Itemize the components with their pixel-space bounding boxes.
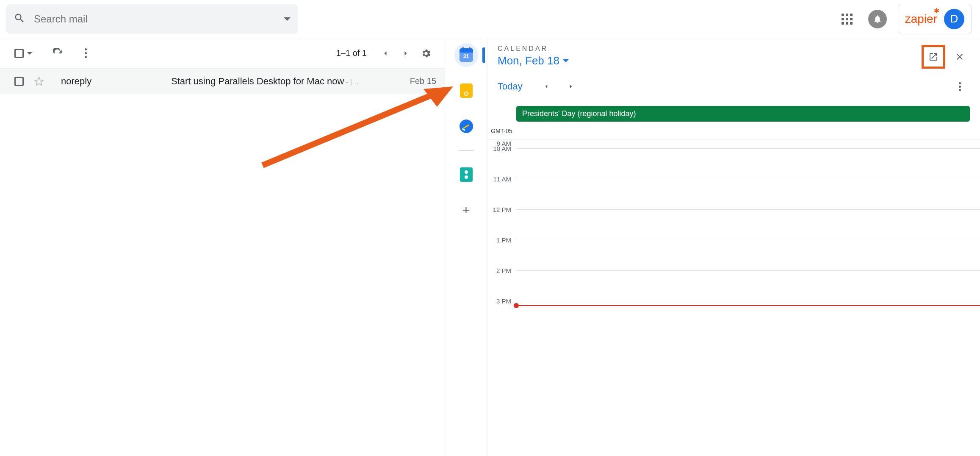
bell-icon: [868, 10, 887, 28]
sidebar-tasks-button[interactable]: [454, 114, 478, 138]
close-panel-button[interactable]: [950, 47, 970, 67]
pager-text: 1–1 of 1: [336, 48, 367, 58]
time-label: 11 AM: [487, 175, 516, 183]
pager-next-button[interactable]: [396, 43, 416, 64]
zapier-logo: zapier✱: [905, 12, 937, 26]
more-actions-button[interactable]: [75, 43, 96, 64]
time-label: 10 AM: [487, 145, 516, 152]
calendar-label: CALENDAR: [498, 45, 569, 53]
calendar-date: Mon, Feb 18: [498, 54, 559, 67]
checkbox-icon: [14, 49, 24, 58]
current-time-indicator: [516, 305, 980, 306]
holiday-event[interactable]: Presidents' Day (regional holiday): [516, 106, 970, 122]
time-label: 3 PM: [487, 298, 516, 305]
addons-sidebar: 31 +: [445, 38, 487, 456]
plus-icon: +: [462, 203, 470, 217]
settings-button[interactable]: [416, 43, 436, 64]
time-label: 2 PM: [487, 267, 516, 274]
open-in-new-button[interactable]: [922, 45, 945, 69]
mail-date: Feb 15: [410, 76, 436, 86]
avatar-initial: D: [950, 12, 958, 25]
chevron-right-icon: [401, 49, 410, 58]
calendar-panel: CALENDAR Mon, Feb 18 Today: [487, 38, 980, 456]
sidebar-get-addons-button[interactable]: +: [454, 198, 478, 222]
mail-subject: Start using Parallels Desktop for Mac no…: [171, 76, 344, 86]
notifications-button[interactable]: [867, 9, 888, 29]
extension-brand-box[interactable]: zapier✱ D: [898, 4, 972, 34]
sidebar-divider: [459, 150, 474, 151]
avatar[interactable]: D: [944, 9, 964, 29]
open-in-new-icon: [928, 52, 938, 62]
calendar-icon: 31: [460, 48, 473, 62]
chevron-down-icon: [563, 59, 569, 62]
close-icon: [955, 52, 965, 62]
sidebar-calendar-button[interactable]: 31: [454, 43, 478, 67]
mail-sender: noreply: [61, 76, 171, 87]
today-button[interactable]: Today: [498, 81, 523, 92]
refresh-icon: [52, 48, 63, 59]
apps-grid-icon: [842, 14, 853, 25]
mail-row[interactable]: noreply Start using Parallels Desktop fo…: [0, 69, 445, 94]
google-apps-button[interactable]: [837, 9, 857, 29]
refresh-button[interactable]: [47, 43, 68, 64]
search-box[interactable]: [6, 4, 298, 34]
prev-day-button[interactable]: [536, 76, 556, 97]
pager-prev-button[interactable]: [375, 43, 396, 64]
select-all-checkbox[interactable]: [14, 49, 32, 58]
next-day-button[interactable]: [561, 76, 581, 97]
sidebar-keep-button[interactable]: [454, 79, 478, 103]
time-label: 1 PM: [487, 236, 516, 244]
calendar-timeline[interactable]: 9 AM 10 AM 11 AM 12 PM 1 PM 2 PM 3 PM: [487, 139, 980, 456]
calendar-more-button[interactable]: [950, 76, 970, 97]
time-label: 12 PM: [487, 206, 516, 213]
timezone-label: GMT-05: [487, 128, 980, 134]
chevron-right-icon: [567, 83, 575, 90]
star-button[interactable]: [29, 71, 49, 92]
tasks-icon: [460, 120, 473, 133]
chevron-down-icon: [27, 52, 32, 55]
star-icon: [34, 76, 44, 86]
more-vert-icon: [85, 48, 87, 58]
gear-icon: [421, 48, 432, 59]
search-input[interactable]: [34, 13, 284, 25]
sidebar-addon-button[interactable]: [454, 163, 478, 186]
search-icon: [14, 12, 25, 26]
mail-subject-line: Start using Parallels Desktop for Mac no…: [171, 76, 359, 87]
more-vert-icon: [959, 81, 961, 92]
search-options-dropdown[interactable]: [284, 17, 291, 21]
keep-icon: [460, 83, 473, 98]
calendar-date-picker[interactable]: Mon, Feb 18: [498, 54, 569, 67]
svg-line-0: [263, 93, 436, 165]
row-checkbox[interactable]: [14, 77, 24, 86]
addon-icon: [460, 167, 473, 182]
chevron-left-icon: [543, 83, 550, 90]
mail-preview: - |…: [344, 78, 358, 86]
chevron-left-icon: [381, 49, 390, 58]
